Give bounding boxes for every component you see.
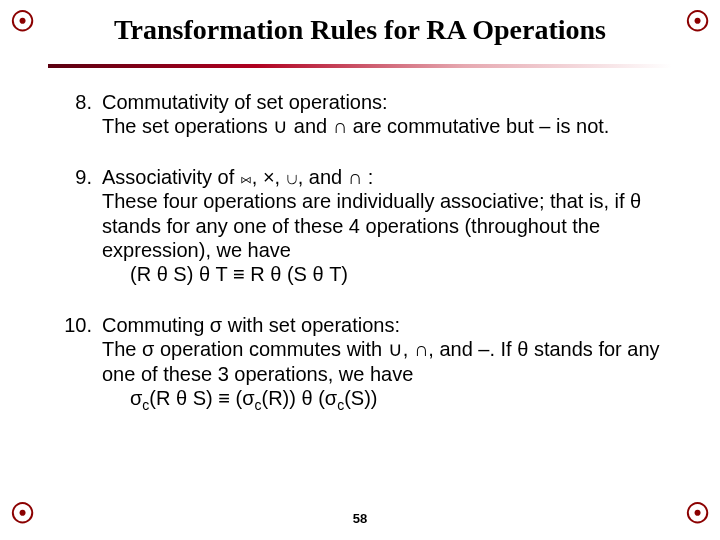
item-text: These four operations are individually a…	[102, 190, 641, 261]
list-item: 9. Associativity of ⨝, ×, ∪, and ∩ : The…	[56, 165, 664, 287]
item-heading: Commuting σ with set operations:	[102, 314, 400, 336]
page-number: 58	[0, 511, 720, 526]
item-content: Commuting σ with set operations: The σ o…	[102, 313, 664, 411]
list-item: 10. Commuting σ with set operations: The…	[56, 313, 664, 411]
item-number: 10.	[56, 313, 102, 411]
item-heading: Associativity of ⨝, ×, ∪, and ∩ :	[102, 166, 373, 188]
slide-body: 8. Commutativity of set operations: The …	[0, 68, 720, 410]
list-item: 8. Commutativity of set operations: The …	[56, 90, 664, 139]
item-number: 9.	[56, 165, 102, 287]
item-text: The σ operation commutes with ∪, ∩, and …	[102, 338, 660, 384]
corner-icon-top-right: ☉	[685, 8, 710, 36]
item-content: Commutativity of set operations: The set…	[102, 90, 664, 139]
corner-icon-top-left: ☉	[10, 8, 35, 36]
item-formula: σc(R θ S) ≡ (σc(R)) θ (σc(S))	[102, 387, 377, 409]
item-heading: Commutativity of set operations:	[102, 91, 388, 113]
slide-title: Transformation Rules for RA Operations	[0, 0, 720, 46]
item-content: Associativity of ⨝, ×, ∪, and ∩ : These …	[102, 165, 664, 287]
item-formula: (R θ S) θ T ≡ R θ (S θ T)	[102, 263, 348, 285]
item-text: The set operations ∪ and ∩ are commutati…	[102, 115, 609, 137]
item-number: 8.	[56, 90, 102, 139]
